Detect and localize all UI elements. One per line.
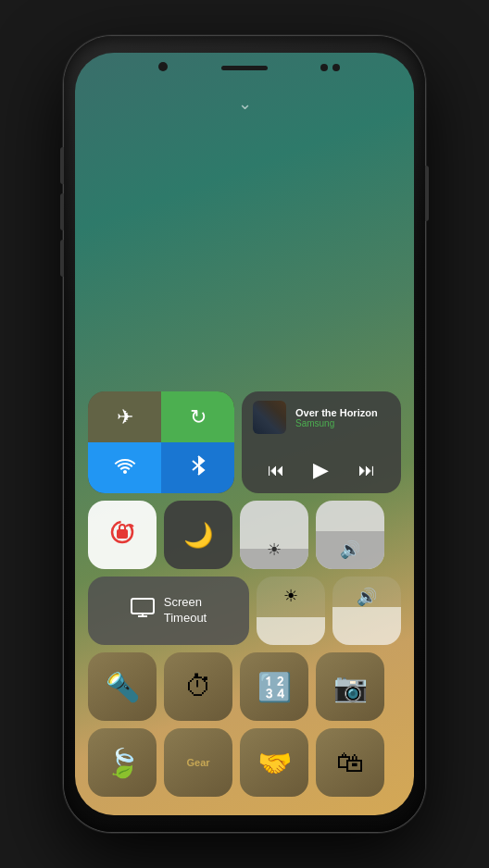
bixby-button[interactable]: [60, 240, 64, 277]
phone-frame: ⌄ ✈ ↻: [64, 36, 425, 832]
app-bixby-home[interactable]: 🤝: [240, 728, 308, 797]
media-thumbnail: [253, 401, 286, 434]
airplane-mode-button[interactable]: ✈: [88, 391, 161, 442]
app-camera[interactable]: 📷: [316, 652, 384, 721]
speaker: [221, 66, 268, 70]
wifi-button[interactable]: [88, 442, 161, 493]
galaxy-store-icon: 🛍: [336, 747, 364, 778]
rotation-icon: ↻: [190, 405, 207, 429]
flashlight-icon: 🔦: [106, 671, 140, 703]
app-bixby[interactable]: 🍃: [88, 728, 157, 797]
media-info: Over the Horizon Samsung: [295, 407, 390, 428]
media-play-button[interactable]: ▶: [307, 456, 334, 484]
do-not-disturb-button[interactable]: 🌙: [164, 501, 232, 569]
volume-icon: 🔊: [340, 539, 360, 560]
bluetooth-icon: [189, 454, 207, 482]
sensor-dot-2: [332, 64, 340, 71]
screen-timeout-button[interactable]: ScreenTimeout: [88, 577, 249, 645]
moon-icon: 🌙: [183, 521, 213, 550]
app-flashlight[interactable]: 🔦: [88, 652, 157, 721]
media-player: Over the Horizon Samsung ⏮ ▶ ⏭: [242, 391, 401, 493]
app-calculator[interactable]: 🔢: [240, 652, 308, 721]
media-next-button[interactable]: ⏭: [353, 459, 381, 482]
airplane-icon: ✈: [117, 405, 133, 429]
camera-icon: 📷: [333, 671, 368, 703]
volume-down-button[interactable]: [60, 193, 64, 230]
bixby-home-icon: 🤝: [257, 747, 292, 779]
rotation-lock-button[interactable]: ↻: [161, 391, 234, 442]
rotation-lock-button[interactable]: [88, 501, 157, 569]
svg-line-0: [193, 461, 198, 465]
bluetooth-button[interactable]: [161, 442, 234, 493]
notch-area: [75, 53, 414, 86]
volume-up-button[interactable]: [60, 147, 64, 184]
volume-slider-large[interactable]: 🔊: [332, 577, 401, 645]
calculator-icon: 🔢: [257, 671, 292, 703]
app-timer[interactable]: ⏱: [164, 652, 232, 721]
row-1: ✈ ↻: [88, 391, 401, 493]
quick-row: 🌙 ☀ 🔊: [88, 501, 401, 569]
media-top: Over the Horizon Samsung: [253, 401, 390, 434]
brightness-slider[interactable]: ☀: [240, 501, 308, 569]
connectivity-block: ✈ ↻: [88, 391, 234, 493]
screen-timeout-label: ScreenTimeout: [164, 595, 207, 626]
app-galaxy-store[interactable]: 🛍: [316, 728, 384, 797]
brightness-slider-large[interactable]: ☀: [257, 577, 325, 645]
svg-line-1: [193, 465, 198, 470]
volume-slider[interactable]: 🔊: [316, 501, 384, 569]
lock-icon: [109, 519, 135, 551]
screen-timeout-icon: [131, 598, 155, 624]
row-3: ScreenTimeout ☀ 🔊: [88, 577, 401, 645]
control-center: ✈ ↻: [88, 391, 401, 797]
phone-screen: ⌄ ✈ ↻: [75, 53, 414, 815]
chevron-down-icon[interactable]: ⌄: [238, 93, 252, 114]
gear-label: Gear: [186, 757, 209, 768]
media-prev-button[interactable]: ⏮: [262, 459, 290, 482]
media-title: Over the Horizon: [295, 407, 390, 418]
brightness-icon: ☀: [267, 539, 282, 560]
front-camera: [158, 62, 168, 71]
app-row-1: 🔦 ⏱ 🔢 📷: [88, 652, 401, 721]
media-artist: Samsung: [295, 418, 390, 428]
sensors: [320, 64, 340, 71]
app-gear[interactable]: Gear: [164, 728, 232, 797]
sensor-dot-1: [320, 64, 328, 71]
app-row-2: 🍃 Gear 🤝 🛍: [88, 728, 401, 797]
timer-icon: ⏱: [184, 671, 212, 702]
wifi-icon: [114, 454, 136, 482]
power-button[interactable]: [425, 166, 429, 221]
bixby-icon: 🍃: [106, 747, 140, 779]
svg-rect-3: [132, 599, 154, 614]
media-controls: ⏮ ▶ ⏭: [253, 456, 390, 484]
